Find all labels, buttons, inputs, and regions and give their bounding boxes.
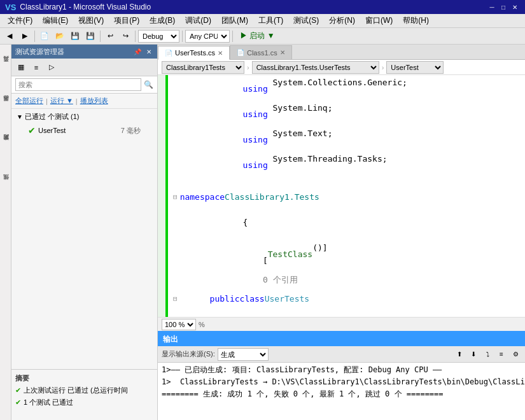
output-line-2: 1> ClassLibraryTests → D:\VS\ClassLibrar… <box>162 376 521 388</box>
test-group-header[interactable]: ▼ 已通过 个测试 (1) <box>15 110 153 123</box>
toolbar-separator-3 <box>135 31 136 42</box>
code-content[interactable]: using System.Collections.Generic; using … <box>168 75 525 317</box>
test-explorer-toolbar: ▦ ≡ ▷ <box>11 59 157 76</box>
tab-icon-class1: 📄 <box>237 49 244 56</box>
test-item-usertest[interactable]: ✔ UserTest 7 毫秒 <box>15 123 153 137</box>
breadcrumb-separator-2: › <box>382 64 384 71</box>
summary-last-run: ✔ 上次测试运行 已通过 (总运行时间 <box>15 386 153 395</box>
summary-count-text: 1 个测试 已通过 <box>24 398 73 407</box>
right-content-area: 📄 UserTests.cs ✕ 📄 Class1.cs ✕ ClassLibr… <box>158 45 525 420</box>
test-name: UserTest <box>38 127 66 134</box>
namespace-dropdown[interactable]: ClassLibrary1Tests <box>162 61 244 74</box>
code-line-3: using System.Text; <box>173 127 520 153</box>
save-button[interactable]: 💾 <box>68 29 82 43</box>
collapse-icon: ▼ <box>17 113 23 120</box>
tab-label-usertests: UserTests.cs <box>175 49 215 57</box>
platform-dropdown[interactable]: Any CPU <box>185 30 230 43</box>
test-list-content: 全部运行 | 运行 ▼ | 播放列表 ▼ 已通过 个测试 (1) ✔ UserT… <box>11 94 157 369</box>
tab-close-usertests[interactable]: ✕ <box>218 50 223 57</box>
toolbar-separator-2 <box>100 31 101 42</box>
minimize-button[interactable]: ─ <box>487 2 497 12</box>
code-editor[interactable]: using System.Collections.Generic; using … <box>158 75 525 317</box>
debug-config-dropdown[interactable]: Debug <box>138 30 179 43</box>
test-toolbar-btn-3[interactable]: ▷ <box>45 60 59 74</box>
output-toolbar: 显示输出来源(S): 生成 ⬆ ⬇ ⤵ ≡ ⚙ <box>158 346 525 363</box>
test-pass-icon: ✔ <box>28 125 36 136</box>
menu-item-n[interactable]: 分析(N) <box>324 14 360 27</box>
properties-icon[interactable]: 属性 <box>1 165 11 204</box>
menu-item-p[interactable]: 项目(P) <box>109 14 144 27</box>
output-btn-4[interactable]: ≡ <box>496 349 507 360</box>
menu-item-s[interactable]: 测试(S) <box>288 14 324 27</box>
sidebar-close-button[interactable]: ✕ <box>144 48 153 56</box>
back-button[interactable]: ◀ <box>3 29 17 43</box>
tab-bar: 📄 UserTests.cs ✕ 📄 Class1.cs ✕ <box>158 45 525 60</box>
collapse-btn-class[interactable]: ⊟ <box>173 293 178 305</box>
code-line-1: using System.Collections.Generic; <box>173 76 520 102</box>
collapse-btn-namespace[interactable]: ⊟ <box>173 191 178 204</box>
open-button[interactable]: 📂 <box>53 29 67 43</box>
menu-item-d[interactable]: 调试(D) <box>180 14 216 27</box>
output-btn-1[interactable]: ⬆ <box>454 349 465 360</box>
run-all-button[interactable]: 全部运行 <box>15 96 43 106</box>
output-line-3: ======== 生成: 成功 1 个, 失败 0 个, 最新 1 个, 跳过 … <box>162 388 521 400</box>
test-actions-bar: 全部运行 | 运行 ▼ | 播放列表 <box>11 94 157 109</box>
tab-class1[interactable]: 📄 Class1.cs ✕ <box>230 45 292 59</box>
output-btn-3[interactable]: ⤵ <box>482 349 493 360</box>
test-toolbar-btn-1[interactable]: ▦ <box>14 60 28 74</box>
code-line-8: [TestClass()] <box>173 242 520 267</box>
test-group: ▼ 已通过 个测试 (1) ✔ UserTest 7 毫秒 <box>11 109 157 139</box>
output-btn-5[interactable]: ⚙ <box>510 349 521 360</box>
menu-item-h[interactable]: 帮助(H) <box>398 14 434 27</box>
breadcrumb-separator-1: › <box>247 64 249 71</box>
redo-button[interactable]: ↪ <box>118 29 132 43</box>
test-time: 7 毫秒 <box>121 126 141 136</box>
class-dropdown[interactable]: ClassLibrary1.Tests.UserTests <box>252 61 379 74</box>
test-toolbar-btn-2[interactable]: ≡ <box>29 60 43 74</box>
code-line-7: { <box>173 204 520 242</box>
search-input[interactable] <box>15 78 141 91</box>
tab-usertests[interactable]: 📄 UserTests.cs ✕ <box>158 46 230 60</box>
output-btn-2[interactable]: ⬇ <box>468 349 479 360</box>
member-dropdown[interactable]: UserTest <box>386 61 444 74</box>
forward-button[interactable]: ▶ <box>18 29 32 43</box>
solution-explorer-icon[interactable]: 解决方案 <box>1 126 11 164</box>
app-icon: VS <box>5 3 16 12</box>
close-button[interactable]: ✕ <box>510 2 520 12</box>
summary-count: ✔ 1 个测试 已通过 <box>15 398 153 407</box>
search-bar: 🔍 <box>11 76 157 94</box>
output-title: 输出 <box>163 334 178 345</box>
output-source-select[interactable]: 生成 <box>218 348 269 361</box>
server-explorer-icon[interactable]: 服务器 <box>1 87 11 125</box>
menu-item-t[interactable]: 工具(T) <box>253 14 288 27</box>
menu-item-v[interactable]: 视图(V) <box>73 14 109 27</box>
menu-item-b[interactable]: 生成(B) <box>144 14 180 27</box>
new-project-button[interactable]: 📄 <box>38 29 52 43</box>
zoom-bar: 100 % % <box>158 317 525 331</box>
tab-close-class1[interactable]: ✕ <box>280 49 285 56</box>
save-all-button[interactable]: 💾 <box>83 29 97 43</box>
zoom-dropdown[interactable]: 100 % <box>162 319 196 330</box>
maximize-button[interactable]: □ <box>498 2 508 12</box>
pin-button[interactable]: 📌 <box>132 48 143 56</box>
code-line-2: using System.Linq; <box>173 102 520 127</box>
summary-pass-icon: ✔ <box>15 386 21 395</box>
menu-item-m[interactable]: 团队(M) <box>216 14 253 27</box>
undo-button[interactable]: ↩ <box>103 29 117 43</box>
playlist-button[interactable]: 播放列表 <box>80 96 108 106</box>
action-divider-2: | <box>76 97 78 105</box>
output-title-bar: 输出 <box>158 332 525 346</box>
menu-item-w[interactable]: 窗口(W) <box>360 14 398 27</box>
menu-item-f[interactable]: 文件(F) <box>3 14 38 27</box>
vertical-sidebar: 工具箱 服务器 解决方案 属性 <box>0 45 11 420</box>
action-divider: | <box>46 97 48 105</box>
run-button[interactable]: 运行 ▼ <box>50 96 73 106</box>
summary-title: 摘要 <box>15 374 153 383</box>
start-button[interactable]: ▶ 启动 ▼ <box>235 29 279 43</box>
test-explorer-panel: 测试资源管理器 📌 ✕ ▦ ≡ ▷ 🔍 全部运行 | 运行 ▼ | 播放列表 <box>11 45 158 420</box>
toolbox-icon[interactable]: 工具箱 <box>1 47 11 85</box>
search-icon[interactable]: 🔍 <box>144 80 153 89</box>
menu-item-e[interactable]: 编辑(E) <box>38 14 73 27</box>
source-label: 显示输出来源(S): <box>162 349 215 359</box>
tab-icon-usertests: 📄 <box>165 50 172 57</box>
